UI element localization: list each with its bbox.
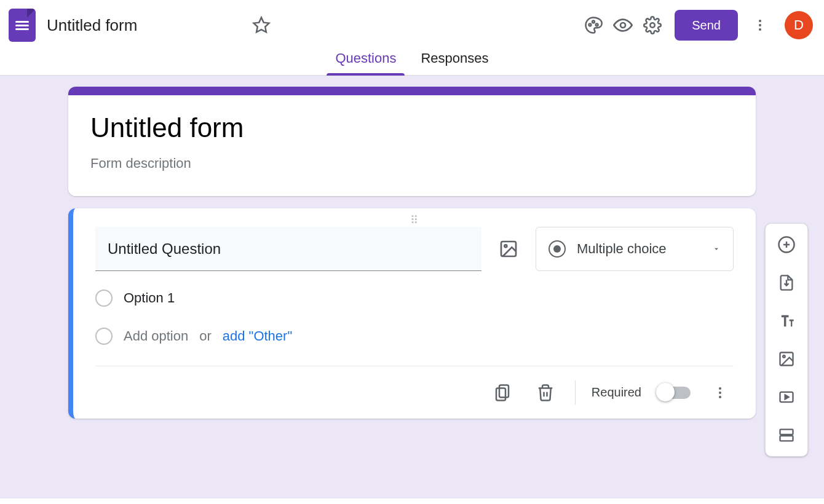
drag-handle-icon[interactable]: ⠿ <box>95 217 734 223</box>
palette-icon[interactable] <box>579 10 608 40</box>
add-title-button[interactable] <box>773 307 800 334</box>
radio-circle-icon <box>95 289 113 307</box>
form-title-input[interactable] <box>90 112 734 143</box>
form-canvas: ⠿ Multiple choice <box>0 76 824 498</box>
svg-point-14 <box>719 392 721 394</box>
required-label: Required <box>592 385 641 400</box>
add-image-icon[interactable] <box>495 235 522 262</box>
app-header: Send D <box>0 0 824 50</box>
or-text: or <box>199 328 212 344</box>
question-title-input[interactable] <box>95 227 481 271</box>
delete-icon[interactable] <box>532 379 559 406</box>
star-icon[interactable] <box>247 10 276 40</box>
svg-point-5 <box>651 23 656 28</box>
account-avatar[interactable]: D <box>785 11 813 39</box>
required-toggle[interactable] <box>657 387 691 399</box>
svg-point-18 <box>783 355 785 358</box>
form-description-input[interactable] <box>90 156 734 171</box>
tab-questions[interactable]: Questions <box>334 50 397 75</box>
radio-icon <box>549 240 566 258</box>
question-type-label: Multiple choice <box>577 241 667 257</box>
send-button[interactable]: Send <box>675 10 738 41</box>
question-type-select[interactable]: Multiple choice <box>536 227 734 271</box>
question-card[interactable]: ⠿ Multiple choice <box>68 208 756 419</box>
question-more-icon[interactable] <box>707 379 734 406</box>
svg-rect-20 <box>780 430 793 435</box>
add-option-row: Add option or add "Other" <box>95 328 734 345</box>
tab-responses[interactable]: Responses <box>419 50 489 75</box>
form-header-card[interactable] <box>68 87 756 196</box>
forms-logo[interactable] <box>9 9 36 42</box>
svg-rect-12 <box>496 388 505 400</box>
svg-point-2 <box>592 21 595 23</box>
side-toolbar <box>765 223 808 457</box>
import-questions-button[interactable] <box>773 269 800 296</box>
dropdown-arrow-icon <box>712 245 721 253</box>
svg-marker-0 <box>254 18 269 33</box>
svg-point-13 <box>719 387 721 390</box>
question-footer: Required <box>95 366 734 419</box>
option-input[interactable] <box>124 290 293 306</box>
duplicate-icon[interactable] <box>489 379 516 406</box>
add-video-button[interactable] <box>773 384 800 411</box>
svg-point-10 <box>504 245 507 247</box>
add-question-button[interactable] <box>773 231 800 258</box>
svg-rect-11 <box>499 385 509 397</box>
add-other-link[interactable]: add "Other" <box>223 328 292 344</box>
svg-point-1 <box>589 24 592 26</box>
document-name-input[interactable] <box>47 16 247 35</box>
divider <box>575 380 576 405</box>
svg-point-7 <box>759 24 761 26</box>
settings-icon[interactable] <box>638 10 667 40</box>
svg-point-15 <box>719 396 721 398</box>
preview-icon[interactable] <box>608 10 638 40</box>
svg-point-3 <box>596 24 598 26</box>
svg-point-4 <box>620 23 625 28</box>
add-section-button[interactable] <box>773 422 800 449</box>
radio-circle-icon <box>95 328 113 345</box>
svg-point-6 <box>759 20 761 22</box>
option-row <box>95 289 734 307</box>
add-option-link[interactable]: Add option <box>124 328 188 344</box>
add-image-button[interactable] <box>773 345 800 372</box>
tabs-bar: Questions Responses <box>0 50 824 76</box>
svg-rect-21 <box>780 436 793 441</box>
svg-point-8 <box>759 28 761 31</box>
more-menu-icon[interactable] <box>745 10 775 40</box>
